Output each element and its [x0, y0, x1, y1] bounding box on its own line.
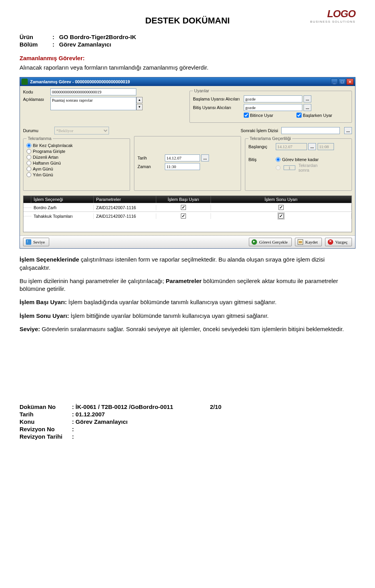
grid-empty	[23, 220, 352, 232]
checkbox-icon: ✓	[279, 205, 284, 210]
radio-birkez[interactable]: Bir Kez Çalıştırılacak	[27, 143, 127, 148]
radio-haftanin[interactable]: Haftanın Günü	[27, 161, 127, 165]
kodu-label: Kodu	[23, 90, 50, 94]
sonraki-lookup-button[interactable]: ...	[344, 127, 352, 134]
baslangic-lookup-button[interactable]: ...	[308, 143, 316, 150]
bitis2-label: Bitiş	[248, 157, 276, 162]
bottom-bar: Seviye Görevi Gerçekle Kaydet Vazgeç	[20, 235, 355, 248]
baslama-input[interactable]	[244, 95, 302, 102]
window-title: Zamanlanmış Görev - 00000000000000000000…	[30, 79, 130, 84]
grid-row[interactable]: Tahakkuk Toplamları ZAID12142007-1116 ✓ …	[23, 212, 352, 220]
close-button[interactable]: ×	[346, 79, 354, 85]
paragraph-4: İşlem Sonu Uyarı: İşlem bittiğinde uyarı…	[20, 312, 355, 320]
kaydet-button[interactable]: Kaydet	[295, 238, 322, 246]
radio-gorev-bitene[interactable]: Görev bitene kadar	[276, 157, 327, 162]
baslama-label: Başlama Uyarısı Alıcıları	[193, 97, 244, 101]
paragraph-3: İşlem Başı Uyarı: İşlem başladığında uya…	[20, 298, 355, 306]
grid-row[interactable]: Bordro Zarfı ZAID12142007-1116 ✓ ✓	[23, 203, 352, 212]
gecerlilik-legend: Tekrarlama Geçerliliği	[248, 136, 292, 141]
textarea-scroll[interactable]: ▲ ▼	[136, 97, 143, 110]
zaman-label: Zaman	[138, 164, 165, 169]
paragraph-1: İşlem Seçeneklerinde çalıştırılması iste…	[20, 256, 355, 272]
islem-grid: İşlem Seçeneği Parametreler İşlem Başı U…	[23, 195, 352, 232]
logo: LOGO BUSINESS SOLUTIONS	[310, 8, 355, 23]
tarih-label: Tarih	[138, 156, 165, 160]
checkbox-icon: ✓	[181, 205, 186, 210]
paragraph-5: Seviye: Görevlerin sıralanmasını sağlar.…	[20, 325, 355, 333]
grid-col-1[interactable]: İşlem Seçeneği	[31, 196, 94, 203]
uyarilar-legend: Uyarılar	[193, 88, 211, 93]
save-icon	[298, 239, 303, 245]
section-head: Zamanlanmış Görevler:	[20, 55, 355, 61]
scroll-up-icon[interactable]: ▲	[136, 97, 143, 103]
zaman-input[interactable]	[165, 163, 200, 170]
logo-sub: BUSINESS SOLUTIONS	[310, 20, 355, 23]
sonraki-label: Sonraki İşlem Dizisi	[241, 128, 278, 133]
radio-tekrardan[interactable]: Tekrardan sonra	[276, 163, 327, 172]
execute-icon	[252, 239, 257, 245]
baslangic-label: Başlangıç	[248, 144, 276, 149]
grid-col-2[interactable]: Parametreler	[94, 196, 156, 203]
bitince-uyar-checkbox[interactable]: Bitince Uyar	[244, 113, 273, 118]
baslarken-uyar-checkbox[interactable]: Başlarken Uyar	[296, 113, 332, 118]
tekrardan-count[interactable]	[284, 165, 295, 170]
seviye-button[interactable]: Seviye	[23, 238, 49, 246]
checkbox-icon: ✓	[181, 213, 186, 219]
tekrarlanma-legend: Tekrarlanma	[27, 136, 53, 141]
tarih-lookup-button[interactable]: ...	[201, 154, 209, 161]
seviye-icon	[26, 239, 31, 245]
meta-urun: Ürün : GO Bordro-Tiger2Bordro-IK	[20, 34, 355, 40]
vazgec-button[interactable]: Vazgeç	[325, 238, 352, 246]
radio-ayin[interactable]: Ayın Günü	[27, 167, 127, 171]
radio-yilin[interactable]: Yılın Günü	[27, 172, 127, 177]
paragraph-2: Bu işlem dizilerinin hangi parametreler …	[20, 277, 355, 293]
radio-programa[interactable]: Programa Girişte	[27, 149, 127, 154]
checkbox-icon: ✓	[279, 213, 284, 219]
aciklama-input[interactable]	[50, 97, 136, 110]
sonraki-input[interactable]	[281, 127, 340, 134]
baslangic-date[interactable]	[276, 143, 307, 150]
app-icon	[21, 79, 28, 85]
kodu-input[interactable]	[50, 88, 136, 95]
app-window: Zamanlanmış Görev - 00000000000000000000…	[20, 77, 355, 249]
grid-select-header[interactable]	[23, 196, 31, 203]
grid-col-4[interactable]: İşlem Sonu Uyarı	[211, 196, 352, 203]
aciklama-label: Açıklaması	[23, 97, 50, 102]
intro-text: Alınacak raporların veya formların tanım…	[20, 64, 355, 72]
durumu-select[interactable]: *Bekliyor	[54, 127, 109, 134]
window-buttons: _ □ ×	[331, 79, 354, 85]
maximize-button[interactable]: □	[339, 79, 346, 85]
page-title: DESTEK DOKÜMANI	[20, 16, 355, 26]
tarih-input[interactable]	[165, 154, 200, 161]
gecerlilik-fieldset: Tekrarlama Geçerliliği Başlangıç ... Bit…	[245, 136, 352, 191]
bitis-label: Bitiş Uyarısı Alıcıları	[193, 105, 244, 110]
baslama-lookup-button[interactable]: ...	[304, 95, 311, 102]
tarih-zaman-fieldset: Tarih ... Zaman	[134, 136, 241, 191]
bitis-lookup-button[interactable]: ...	[304, 104, 311, 111]
logo-brand: LOGO	[310, 8, 355, 20]
grid-col-3[interactable]: İşlem Başı Uyarı	[156, 196, 211, 203]
radio-duzenli[interactable]: Düzenli Artan	[27, 155, 127, 160]
durumu-label: Durumu	[23, 128, 50, 133]
gercekle-button[interactable]: Görevi Gerçekle	[249, 238, 292, 246]
meta-bolum: Bölüm : Görev Zamanlayıcı	[20, 41, 355, 48]
tekrarlanma-radios: Bir Kez Çalıştırılacak Programa Girişte …	[27, 143, 127, 177]
baslangic-time[interactable]	[318, 143, 334, 150]
tekrarlanma-fieldset: Tekrarlanma Bir Kez Çalıştırılacak Progr…	[23, 136, 130, 191]
uyarilar-fieldset: Uyarılar Başlama Uyarısı Alıcıları ... B…	[189, 88, 352, 123]
bitis-input[interactable]	[244, 104, 302, 111]
scroll-down-icon[interactable]: ▼	[136, 104, 143, 110]
cancel-icon	[328, 239, 333, 245]
page-number: 2/10	[210, 403, 221, 410]
minimize-button[interactable]: _	[331, 79, 338, 85]
titlebar: Zamanlanmış Görev - 00000000000000000000…	[20, 77, 355, 86]
grid-header: İşlem Seçeneği Parametreler İşlem Başı U…	[23, 196, 352, 203]
footer: Doküman No : İK-0061 / T2B-0012 /GoBordr…	[20, 403, 355, 440]
